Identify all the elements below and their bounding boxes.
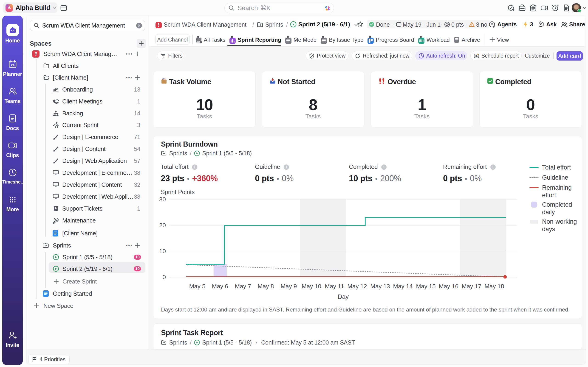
- svg-text:Total effort: Total effort: [542, 164, 571, 171]
- svg-text:20: 20: [159, 222, 166, 229]
- svg-text:May 15: May 15: [416, 283, 435, 290]
- svg-text:10: 10: [159, 248, 166, 255]
- svg-text:daily: daily: [542, 209, 555, 216]
- svg-text:Guideline: Guideline: [542, 174, 568, 181]
- svg-text:0: 0: [163, 274, 166, 281]
- svg-text:May 12: May 12: [347, 283, 367, 290]
- svg-text:May 11: May 11: [325, 283, 344, 290]
- svg-text:May 16: May 16: [439, 283, 458, 290]
- svg-text:effort: effort: [542, 192, 556, 199]
- svg-text:May 9: May 9: [281, 283, 297, 290]
- svg-text:May 18: May 18: [484, 283, 504, 290]
- svg-text:May 8: May 8: [258, 283, 274, 290]
- svg-text:May 17: May 17: [462, 283, 481, 290]
- svg-text:24: 24: [11, 63, 15, 67]
- svg-text:Completed: Completed: [542, 201, 572, 208]
- svg-text:Remaining: Remaining: [542, 184, 572, 191]
- svg-text:May 13: May 13: [370, 283, 390, 290]
- svg-text:Day: Day: [338, 293, 349, 300]
- svg-text:May 5: May 5: [189, 283, 206, 290]
- svg-text:May 6: May 6: [212, 283, 228, 290]
- svg-text:May 7: May 7: [235, 283, 251, 290]
- svg-text:May 10: May 10: [302, 283, 321, 290]
- svg-text:days: days: [542, 226, 555, 233]
- svg-text:Non-working: Non-working: [542, 218, 577, 225]
- svg-text:May 14: May 14: [393, 283, 413, 290]
- svg-text:30: 30: [159, 196, 166, 203]
- svg-text:$: $: [55, 206, 57, 209]
